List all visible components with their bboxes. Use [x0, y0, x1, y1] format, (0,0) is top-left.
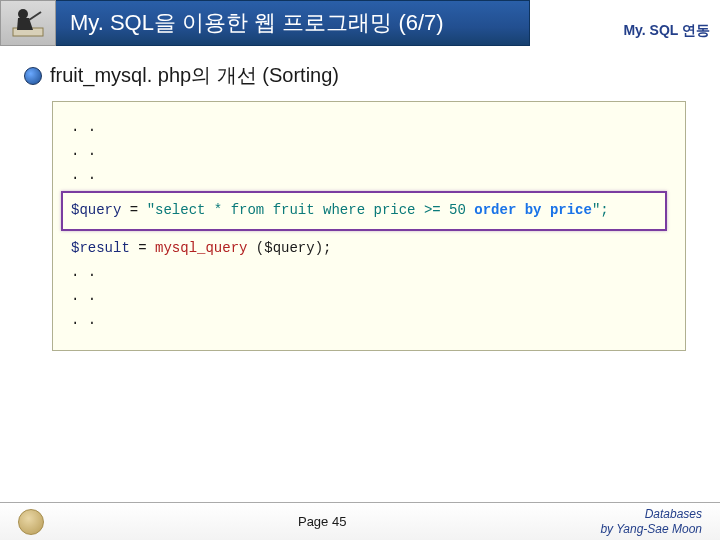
- code-ellipsis: . .: [71, 116, 667, 140]
- slide-subtitle: My. SQL 연동: [530, 22, 710, 40]
- slide-footer: Page 45 Databases by Yang-Sae Moon: [0, 502, 720, 540]
- code-orderby: order by price: [474, 202, 592, 218]
- slide-title-bar: My. SQL을 이용한 웹 프로그래밍 (6/7): [56, 0, 530, 46]
- slide-header: My. SQL을 이용한 웹 프로그래밍 (6/7) My. SQL 연동: [0, 0, 720, 46]
- code-string: "select * from fruit where price >= 50: [147, 202, 475, 218]
- code-ellipsis: . .: [71, 309, 667, 333]
- code-ellipsis: . .: [71, 164, 667, 188]
- footer-logo-icon: [18, 509, 44, 535]
- code-var: $query: [71, 202, 121, 218]
- section-heading-row: fruit_mysql. php의 개선 (Sorting): [24, 62, 696, 89]
- code-ellipsis: . .: [71, 285, 667, 309]
- code-var: $result: [71, 240, 130, 256]
- code-box: . . . . . . $query = "select * from frui…: [52, 101, 686, 351]
- footer-credit: Databases by Yang-Sae Moon: [600, 507, 702, 536]
- svg-line-2: [29, 12, 41, 20]
- code-ellipsis: . .: [71, 261, 667, 285]
- code-text: =: [130, 240, 155, 256]
- slide-title: My. SQL을 이용한 웹 프로그래밍 (6/7): [70, 8, 444, 38]
- svg-point-1: [18, 9, 28, 19]
- code-result-line: $result = mysql_query ($query);: [71, 237, 667, 261]
- code-highlight-frame: $query = "select * from fruit where pric…: [61, 191, 667, 231]
- header-icon: [0, 0, 56, 46]
- code-ellipsis: . .: [71, 140, 667, 164]
- code-text: =: [121, 202, 146, 218]
- slide-content: fruit_mysql. php의 개선 (Sorting) . . . . .…: [0, 46, 720, 351]
- bullet-icon: [24, 67, 42, 85]
- code-func: mysql_query: [155, 240, 247, 256]
- code-args: ($query);: [247, 240, 331, 256]
- code-string: ";: [592, 202, 609, 218]
- code-query-line: $query = "select * from fruit where pric…: [71, 199, 657, 223]
- section-title: fruit_mysql. php의 개선 (Sorting): [50, 62, 339, 89]
- person-writing-icon: [9, 4, 47, 42]
- page-number: Page 45: [298, 514, 346, 529]
